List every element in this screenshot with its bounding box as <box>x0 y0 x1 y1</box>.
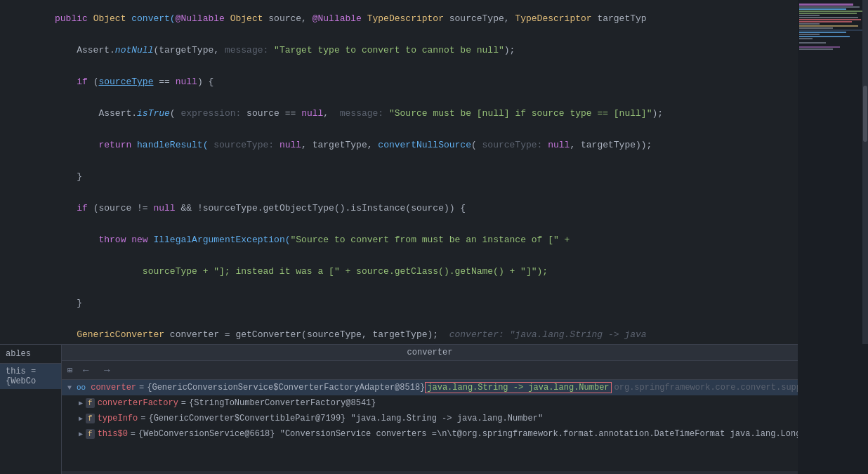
code-line-7: if (source != null && !sourceType.getObj… <box>0 192 798 224</box>
debug-content: ▼ oo converter = {GenericConversionServi… <box>62 380 798 471</box>
code-editor: public Object convert(@Nullable Object s… <box>0 0 798 474</box>
code-line-4: Assert.isTrue( expression: source == nul… <box>0 98 798 129</box>
minimap-line <box>799 34 820 35</box>
type-icon-typeinfo: f <box>86 414 95 423</box>
debug-row-this0[interactable]: ▶ f this$0 = {WebConversionService@6618}… <box>62 426 798 442</box>
var-value-this0: {WebConversionService@6618} "ConversionS… <box>138 429 798 439</box>
debug-row-typeinfo[interactable]: ▶ f typeInfo = {GenericConverter$Convert… <box>62 411 798 426</box>
code-line-6: } <box>0 161 798 192</box>
grid-icon: ⊞ <box>67 365 72 376</box>
minimap-line <box>799 23 820 25</box>
var-name-this0: this$0 <box>98 429 128 439</box>
minimap-line <box>799 48 833 50</box>
code-line-1: public Object convert(@Nullable Object s… <box>0 3 798 34</box>
var-suffix-converter: org.springframework.core.convert.support… <box>614 383 798 393</box>
var-obj-converter: {GenericConversionService$ConverterFacto… <box>147 383 425 393</box>
minimap-line <box>799 13 857 14</box>
code-line-8: throw new IllegalArgumentException("Sour… <box>0 224 798 256</box>
scrollbar[interactable] <box>862 0 868 344</box>
code-line-2: Assert.notNull(targetType, message: "Tar… <box>0 34 798 66</box>
type-icon-this0: f <box>86 429 95 439</box>
minimap-line <box>799 4 853 6</box>
minimap-line <box>799 25 858 27</box>
main-container: public Object convert(@Nullable Object s… <box>0 0 868 474</box>
minimap-line <box>799 42 826 44</box>
expand-icon-converter-factory: ▶ <box>79 399 83 407</box>
expand-icon-converter: ▼ <box>67 384 72 392</box>
minimap-line <box>799 6 860 8</box>
scrollbar-thumb[interactable] <box>863 86 867 142</box>
variables-item-1[interactable]: this = {WebCo <box>0 364 61 389</box>
debug-row-converter-factory[interactable]: ▶ f converterFactory = {StringToNumberCo… <box>62 395 798 411</box>
var-value-converter-factory: {StringToNumberConverterFactory@8541} <box>189 398 376 408</box>
minimap-content <box>798 0 868 53</box>
code-line-3: if (sourceType == null) { <box>0 66 798 98</box>
minimap-line <box>799 17 858 18</box>
variables-panel: ables this = {WebCo <box>0 344 62 474</box>
expand-icon-this0: ▶ <box>79 430 83 438</box>
minimap-line <box>799 36 850 37</box>
var-name-typeinfo: typeInfo <box>98 414 138 423</box>
debug-forward-button[interactable]: → <box>99 363 114 377</box>
minimap <box>798 0 868 474</box>
debug-header: converter <box>62 345 798 361</box>
minimap-line-highlighted <box>799 29 862 31</box>
type-icon-converter-factory: f <box>86 398 95 408</box>
right-sidebar <box>798 0 868 474</box>
var-name-converter: converter <box>91 383 136 393</box>
eq-typeinfo: = <box>140 414 145 423</box>
minimap-line <box>799 38 813 39</box>
minimap-line <box>799 21 852 22</box>
eq-converter-factory: = <box>181 398 186 408</box>
debug-panel: converter ⊞ ← → ▼ oo converter = {Generi… <box>62 344 798 474</box>
debug-back-button[interactable]: ← <box>78 363 93 377</box>
minimap-line <box>799 46 840 48</box>
debug-toolbar: ⊞ ← → <box>62 361 798 380</box>
code-line-9: sourceType + "]; instead it was a [" + s… <box>0 256 798 287</box>
minimap-line <box>799 27 833 29</box>
variables-label: ables <box>0 345 61 364</box>
debug-row-converter[interactable]: ▼ oo converter = {GenericConversionServi… <box>62 380 798 395</box>
eq-this0: = <box>131 429 136 439</box>
type-icon-converter: oo <box>74 383 88 393</box>
highlighted-value-converter: java.lang.String -> java.lang.Number <box>425 382 611 393</box>
var-value-typeinfo: {GenericConverter$ConvertiblePair@7199} … <box>148 414 543 423</box>
code-line-5: return handleResult( sourceType: null, t… <box>0 129 798 161</box>
debug-title: converter <box>407 348 453 357</box>
eq-converter: = <box>139 383 144 393</box>
minimap-line <box>799 11 863 12</box>
code-line-10: } <box>0 287 798 319</box>
expand-icon-typeinfo: ▶ <box>79 414 83 423</box>
minimap-line <box>799 32 846 33</box>
minimap-line <box>799 19 861 20</box>
var-name-converter-factory: converterFactory <box>98 398 178 408</box>
minimap-line <box>799 15 820 16</box>
minimap-line <box>799 8 846 10</box>
